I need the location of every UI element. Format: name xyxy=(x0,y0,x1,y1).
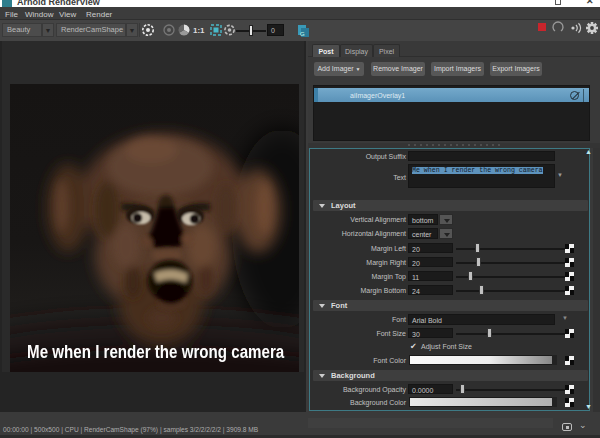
svg-text:G: G xyxy=(300,31,305,37)
svg-text:1:1: 1:1 xyxy=(193,26,205,35)
